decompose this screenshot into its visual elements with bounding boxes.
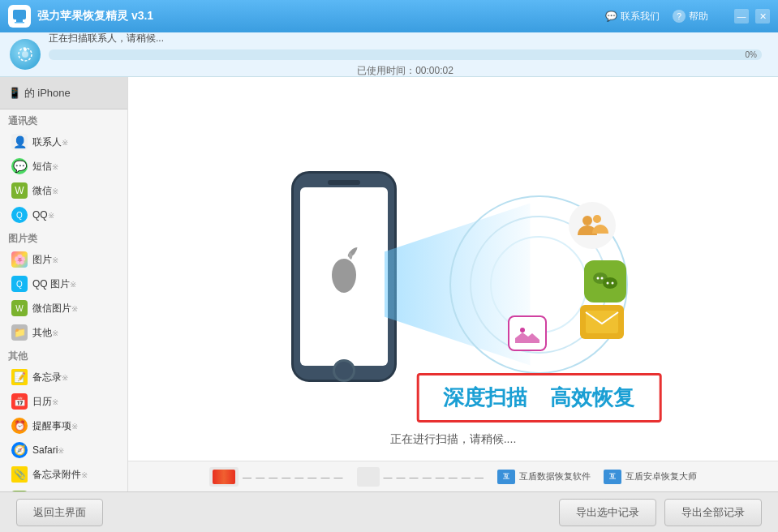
link-item-1[interactable]: — — — — — — — — — [209, 467, 343, 487]
category-photos: 图片类 — [0, 227, 127, 247]
scanning-status-text: 正在进行扫描，请稍候.... — [128, 432, 778, 447]
scan-progress-bar: 正在扫描联系人，请稍候... 0% 已使用时间：00:00:02 — [0, 32, 778, 77]
phone-speaker — [328, 180, 360, 185]
sms-label: 短信※ — [32, 160, 58, 174]
scan-spinner-icon — [10, 39, 41, 70]
svg-rect-1 — [16, 19, 23, 22]
qq-sidebar-icon: Q — [11, 207, 28, 223]
export-selected-button[interactable]: 导出选中记录 — [559, 499, 656, 526]
link-item-4[interactable]: 互 互盾安卓恢复大师 — [604, 470, 697, 484]
sidebar-item-safari[interactable]: 🧭 Safari※ — [0, 438, 127, 462]
phone-body — [291, 171, 397, 382]
category-communication: 通讯类 — [0, 109, 127, 130]
scan-time: 已使用时间：00:00:02 — [49, 64, 762, 78]
svg-point-12 — [606, 281, 608, 284]
svg-point-4 — [22, 51, 28, 58]
device-icon: 📱 — [8, 87, 21, 99]
back-to-main-button[interactable]: 返回主界面 — [16, 499, 103, 526]
app-title: 强力苹果恢复精灵 v3.1 — [37, 9, 605, 24]
close-icon: ✕ — [759, 11, 767, 22]
svg-point-6 — [582, 216, 592, 225]
wechatphotos-sidebar-icon: W — [11, 300, 28, 316]
contact-us-button[interactable]: 💬 联系我们 — [605, 10, 660, 24]
deep-scan-box: 深度扫描 高效恢复 — [416, 373, 661, 423]
footer: 返回主界面 导出选中记录 导出全部记录 — [0, 491, 778, 532]
apple-logo-icon — [322, 247, 366, 306]
phone-home-button — [333, 359, 355, 382]
otherphotos-label: 其他※ — [32, 326, 58, 340]
export-all-button[interactable]: 导出全部记录 — [664, 499, 762, 526]
message-icon: 💬 — [605, 11, 617, 22]
contacts-sidebar-icon: 👤 — [11, 134, 28, 150]
main-area: 📱 的 iPhone 通讯类 👤 联系人※ 💬 短信※ W 微信※ Q QQ※ … — [0, 77, 778, 491]
sidebar-item-sms[interactable]: 💬 短信※ — [0, 154, 127, 178]
sms-sidebar-icon: 💬 — [11, 158, 28, 174]
photo-float-icon — [508, 315, 547, 351]
svg-rect-14 — [586, 311, 618, 333]
svg-point-16 — [520, 328, 525, 332]
reminders-label: 提醒事项※ — [32, 419, 78, 433]
phone-illustration — [279, 171, 409, 398]
notes-attachment-sidebar-icon: 📎 — [11, 466, 28, 483]
notes-sidebar-icon: 📝 — [11, 369, 28, 385]
wechat-float-icon — [584, 260, 626, 302]
sidebar-item-wechatphotos[interactable]: W 微信图片※ — [0, 296, 127, 320]
photos-sidebar-icon: 🌸 — [11, 251, 28, 268]
sidebar-item-qq[interactable]: Q QQ※ — [0, 203, 127, 227]
link-item-3[interactable]: 互 互盾数据恢复软件 — [497, 470, 591, 484]
deep-scan-label: 深度扫描 — [443, 384, 527, 412]
otherphotos-sidebar-icon: 📁 — [11, 324, 28, 341]
safari-label: Safari※ — [32, 444, 64, 456]
contacts-float-icon — [569, 202, 616, 249]
sidebar-item-notes-attachment[interactable]: 📎 备忘录附件※ — [0, 462, 127, 487]
reminders-sidebar-icon: ⏰ — [11, 418, 28, 434]
right-icons-area — [449, 195, 628, 374]
sidebar-item-calendar[interactable]: 📅 日历※ — [0, 389, 127, 414]
window-controls: — ✕ — [734, 9, 770, 24]
qq-label: QQ※ — [32, 209, 54, 221]
notes-label: 备忘录※ — [32, 371, 68, 384]
scan-status-text: 正在扫描联系人，请稍候... — [49, 32, 164, 45]
content-area: 深度扫描 高效恢复 正在进行扫描，请稍候.... — — — — — — — —… — [128, 77, 778, 491]
progress-percent: 0% — [746, 49, 757, 60]
link4-text: 互盾安卓恢复大师 — [625, 470, 697, 483]
notes-attachment-label: 备忘录附件※ — [32, 468, 88, 482]
wechatphotos-label: 微信图片※ — [32, 302, 78, 315]
minimize-button[interactable]: — — [734, 9, 749, 24]
svg-point-7 — [593, 215, 601, 223]
qqphotos-label: QQ 图片※ — [32, 277, 76, 291]
sidebar-item-photos[interactable]: 🌸 图片※ — [0, 247, 127, 272]
svg-point-10 — [600, 277, 603, 279]
link-item-2[interactable]: — — — — — — — — — [357, 467, 484, 487]
link3-text: 互盾数据恢复软件 — [519, 470, 591, 483]
links-bar: — — — — — — — — — — — — — — — — 互 互盾数据恢复… — [128, 461, 778, 491]
titlebar: 强力苹果恢复精灵 v3.1 💬 联系我们 ? 帮助 — ✕ — [0, 0, 778, 32]
sidebar-item-other-photos[interactable]: 📁 其他※ — [0, 320, 127, 345]
phone-screen — [300, 187, 388, 366]
sidebar: 📱 的 iPhone 通讯类 👤 联系人※ 💬 短信※ W 微信※ Q QQ※ … — [0, 77, 128, 491]
svg-point-5 — [24, 48, 27, 51]
sidebar-item-wechat-attachment[interactable]: W 微信附件※ — [0, 487, 127, 491]
category-other: 其他 — [0, 345, 127, 365]
svg-point-9 — [596, 277, 599, 279]
sidebar-item-notes[interactable]: 📝 备忘录※ — [0, 365, 127, 389]
sidebar-item-qqphotos[interactable]: Q QQ 图片※ — [0, 272, 127, 296]
svg-rect-2 — [15, 22, 24, 24]
sidebar-item-wechat[interactable]: W 微信※ — [0, 178, 127, 203]
app-logo — [8, 5, 31, 28]
svg-rect-0 — [13, 10, 26, 19]
contacts-label: 联系人※ — [32, 135, 68, 149]
close-button[interactable]: ✕ — [755, 9, 770, 24]
minimize-icon: — — [737, 11, 746, 21]
sidebar-item-contacts[interactable]: 👤 联系人※ — [0, 130, 127, 154]
help-button[interactable]: ? 帮助 — [673, 10, 708, 24]
sidebar-item-reminders[interactable]: ⏰ 提醒事项※ — [0, 414, 127, 438]
safari-sidebar-icon: 🧭 — [11, 442, 28, 458]
device-name: 📱 的 iPhone — [8, 86, 71, 101]
photos-label: 图片※ — [32, 253, 58, 267]
scan-status-row: 正在扫描联系人，请稍候... — [49, 32, 762, 45]
scan-info: 正在扫描联系人，请稍候... 0% 已使用时间：00:00:02 — [49, 32, 762, 78]
svg-point-11 — [603, 277, 617, 289]
qqphotos-sidebar-icon: Q — [11, 276, 28, 292]
wechat-attachment-sidebar-icon: W — [11, 491, 28, 491]
